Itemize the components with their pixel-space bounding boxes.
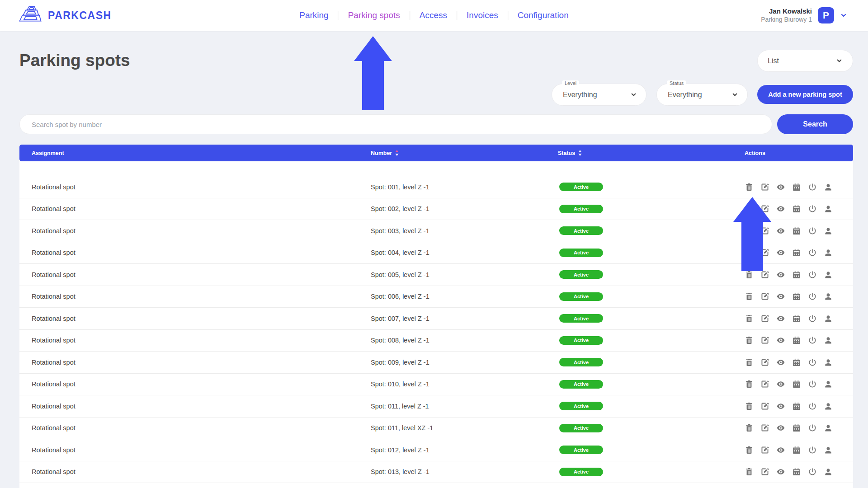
power-icon[interactable]	[808, 226, 817, 235]
nav-item-parking[interactable]: Parking	[290, 10, 338, 20]
assign-user-icon[interactable]	[824, 423, 833, 432]
power-icon[interactable]	[808, 446, 817, 455]
view-icon[interactable]	[776, 314, 785, 323]
delete-icon[interactable]	[745, 402, 754, 411]
add-parking-spot-button[interactable]: Add a new parking spot	[757, 85, 853, 104]
delete-icon[interactable]	[745, 292, 754, 301]
calendar-icon[interactable]	[792, 423, 801, 432]
calendar-icon[interactable]	[792, 314, 801, 323]
status-filter-select[interactable]: Status Everything	[656, 84, 748, 106]
assign-user-icon[interactable]	[824, 270, 833, 279]
view-icon[interactable]	[776, 270, 785, 279]
calendar-icon[interactable]	[792, 380, 801, 389]
view-icon[interactable]	[776, 380, 785, 389]
power-icon[interactable]	[808, 204, 817, 213]
power-icon[interactable]	[808, 358, 817, 367]
view-mode-select[interactable]: List	[757, 50, 853, 72]
power-icon[interactable]	[808, 402, 817, 411]
power-icon[interactable]	[808, 336, 817, 345]
delete-icon[interactable]	[745, 248, 754, 257]
edit-icon[interactable]	[760, 183, 769, 192]
calendar-icon[interactable]	[792, 270, 801, 279]
view-icon[interactable]	[776, 446, 785, 455]
search-button[interactable]: Search	[777, 114, 853, 134]
calendar-icon[interactable]	[792, 402, 801, 411]
edit-icon[interactable]	[760, 226, 769, 235]
power-icon[interactable]	[808, 248, 817, 257]
view-icon[interactable]	[776, 292, 785, 301]
delete-icon[interactable]	[745, 183, 754, 192]
edit-icon[interactable]	[760, 358, 769, 367]
edit-icon[interactable]	[760, 380, 769, 389]
calendar-icon[interactable]	[792, 292, 801, 301]
calendar-icon[interactable]	[792, 204, 801, 213]
delete-icon[interactable]	[745, 336, 754, 345]
delete-icon[interactable]	[745, 270, 754, 279]
view-icon[interactable]	[776, 204, 785, 213]
nav-item-access[interactable]: Access	[410, 10, 457, 20]
edit-icon[interactable]	[760, 423, 769, 432]
assign-user-icon[interactable]	[824, 248, 833, 257]
view-icon[interactable]	[776, 423, 785, 432]
edit-icon[interactable]	[760, 248, 769, 257]
view-icon[interactable]	[776, 183, 785, 192]
edit-icon[interactable]	[760, 314, 769, 323]
sort-number-icon[interactable]	[395, 150, 399, 156]
assign-user-icon[interactable]	[824, 314, 833, 323]
power-icon[interactable]	[808, 314, 817, 323]
edit-icon[interactable]	[760, 467, 769, 476]
sort-status-icon[interactable]	[578, 150, 582, 156]
calendar-icon[interactable]	[792, 336, 801, 345]
view-icon[interactable]	[776, 226, 785, 235]
calendar-icon[interactable]	[792, 446, 801, 455]
assign-user-icon[interactable]	[824, 358, 833, 367]
view-icon[interactable]	[776, 358, 785, 367]
edit-icon[interactable]	[760, 336, 769, 345]
user-menu[interactable]: Jan Kowalski Parking Biurowy 1 P	[761, 0, 847, 31]
edit-icon[interactable]	[760, 270, 769, 279]
level-filter-select[interactable]: Level Everything	[552, 84, 646, 106]
search-input[interactable]	[19, 114, 772, 134]
assign-user-icon[interactable]	[824, 292, 833, 301]
assign-user-icon[interactable]	[824, 204, 833, 213]
delete-icon[interactable]	[745, 226, 754, 235]
edit-icon[interactable]	[760, 446, 769, 455]
delete-icon[interactable]	[745, 358, 754, 367]
assign-user-icon[interactable]	[824, 226, 833, 235]
calendar-icon[interactable]	[792, 467, 801, 476]
edit-icon[interactable]	[760, 204, 769, 213]
delete-icon[interactable]	[745, 467, 754, 476]
nav-item-parking-spots[interactable]: Parking spots	[339, 10, 410, 20]
avatar[interactable]: P	[818, 7, 834, 23]
power-icon[interactable]	[808, 270, 817, 279]
chevron-down-icon[interactable]	[840, 12, 847, 19]
delete-icon[interactable]	[745, 380, 754, 389]
column-header-status[interactable]: Status	[546, 150, 732, 156]
assign-user-icon[interactable]	[824, 380, 833, 389]
power-icon[interactable]	[808, 380, 817, 389]
delete-icon[interactable]	[745, 446, 754, 455]
power-icon[interactable]	[808, 292, 817, 301]
view-icon[interactable]	[776, 467, 785, 476]
nav-item-invoices[interactable]: Invoices	[457, 10, 508, 20]
power-icon[interactable]	[808, 423, 817, 432]
power-icon[interactable]	[808, 467, 817, 476]
assign-user-icon[interactable]	[824, 183, 833, 192]
edit-icon[interactable]	[760, 292, 769, 301]
edit-icon[interactable]	[760, 402, 769, 411]
power-icon[interactable]	[808, 183, 817, 192]
assign-user-icon[interactable]	[824, 467, 833, 476]
assign-user-icon[interactable]	[824, 336, 833, 345]
view-icon[interactable]	[776, 248, 785, 257]
column-header-number[interactable]: Number	[359, 150, 546, 156]
calendar-icon[interactable]	[792, 226, 801, 235]
brand[interactable]: PARKCASH	[18, 0, 112, 31]
delete-icon[interactable]	[745, 423, 754, 432]
nav-item-configuration[interactable]: Configuration	[508, 10, 578, 20]
calendar-icon[interactable]	[792, 183, 801, 192]
delete-icon[interactable]	[745, 314, 754, 323]
calendar-icon[interactable]	[792, 358, 801, 367]
assign-user-icon[interactable]	[824, 402, 833, 411]
view-icon[interactable]	[776, 336, 785, 345]
delete-icon[interactable]	[745, 204, 754, 213]
